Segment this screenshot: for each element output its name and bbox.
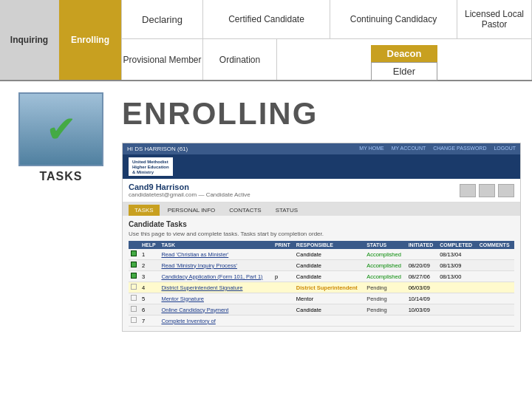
task-name[interactable]: Mentor Signature xyxy=(159,293,272,304)
nav-label-inquiring: Inquiring xyxy=(10,35,48,45)
task-status: Accomplished xyxy=(364,271,406,282)
task-status: Accomplished xyxy=(364,249,406,260)
task-name[interactable]: Candidacy Application (Form 101, Part 1) xyxy=(159,271,272,282)
nav-top-row: Declaring Certified Candidate Continuing… xyxy=(122,0,531,39)
preview-tab-personal[interactable]: PERSONAL INFO xyxy=(162,205,222,216)
task-responsible xyxy=(294,316,364,327)
task-name[interactable]: Complete Inventory of xyxy=(159,316,272,327)
th-initiated: INITIATED xyxy=(406,241,438,249)
task-name[interactable]: Online Candidacy Payment xyxy=(159,304,272,316)
preview-tab-status[interactable]: STATUS xyxy=(270,205,304,216)
nav-item-inquiring[interactable]: Inquiring xyxy=(0,0,59,80)
nav-label-elder: Elder xyxy=(393,66,415,77)
th-responsible: RESPONSIBLE xyxy=(294,241,364,249)
task-initiated xyxy=(406,249,438,260)
task-checkbox[interactable] xyxy=(129,249,140,260)
preview-user-info: Cand9 Harrison candidatetest@gmail.com —… xyxy=(123,179,520,202)
preview-header: United MethodistHigher Education& Minist… xyxy=(123,154,520,179)
nav-item-continuing[interactable]: Continuing Candidacy xyxy=(330,0,457,38)
right-content: ENROLLING HI DS HARRISON (61) MY HOME MY… xyxy=(122,92,521,388)
task-completed: 08/13/04 xyxy=(437,249,477,260)
table-row: 5Mentor SignatureMentorPending10/14/09 xyxy=(129,293,514,304)
preview-link-logout[interactable]: LOGOUT xyxy=(494,146,516,152)
task-initiated: 08/27/06 xyxy=(406,271,438,282)
nav-label-enrolling: Enrolling xyxy=(71,35,109,45)
navigation-bar: Inquiring Enrolling Declaring Certified … xyxy=(0,0,532,81)
task-completed xyxy=(437,282,477,293)
preview-tab-contacts[interactable]: CONTACTS xyxy=(223,205,267,216)
deacon-elder-column: Deacon Elder xyxy=(277,39,531,80)
nav-label-declaring: Declaring xyxy=(142,14,183,25)
preview-link-home[interactable]: MY HOME xyxy=(359,146,383,152)
th-completed: COMPLETED xyxy=(437,241,477,249)
nav-label-ordination: Ordination xyxy=(219,55,260,65)
task-completed xyxy=(437,316,477,327)
checkmark-icon: ✔ xyxy=(46,108,77,151)
task-section: ✔ TASKS xyxy=(11,92,111,388)
table-row: 3Candidacy Application (Form 101, Part 1… xyxy=(129,271,514,282)
preview-section-title: Candidate Tasks xyxy=(129,220,514,228)
task-name[interactable]: Read 'Christian as Minister' xyxy=(159,249,272,260)
task-print[interactable] xyxy=(273,282,294,293)
task-label: TASKS xyxy=(39,170,82,183)
task-checkbox[interactable] xyxy=(129,271,140,282)
nav-item-licensed[interactable]: Licensed Local Pastor xyxy=(457,0,531,38)
task-print[interactable] xyxy=(273,249,294,260)
task-name[interactable]: District Superintendent Signature xyxy=(159,282,272,293)
table-header-row: HELP TASK PRINT RESPONSIBLE STATUS INITI… xyxy=(129,241,514,249)
preview-content: Candidate Tasks Use this page to view an… xyxy=(123,216,520,331)
task-help: 3 xyxy=(140,271,159,282)
task-name[interactable]: Read 'Ministry Inquiry Process' xyxy=(159,260,272,271)
th-help: HELP xyxy=(140,241,159,249)
task-status: Pending xyxy=(364,293,406,304)
task-initiated: 08/20/09 xyxy=(406,260,438,271)
nav-item-certified[interactable]: Certified Candidate xyxy=(203,0,330,38)
task-checkbox[interactable] xyxy=(129,293,140,304)
preview-topbar: HI DS HARRISON (61) MY HOME MY ACCOUNT C… xyxy=(123,143,520,154)
preview-tab-tasks[interactable]: TASKS xyxy=(129,205,160,216)
nav-complex-area: Declaring Certified Candidate Continuing… xyxy=(122,0,532,80)
preview-instruction: Use this page to view and complete tasks… xyxy=(129,231,514,237)
task-status: Pending xyxy=(364,304,406,316)
nav-label-provisional: Provisional Member xyxy=(123,55,201,65)
task-checkbox[interactable] xyxy=(129,304,140,316)
th-comments: COMMENTS xyxy=(477,241,514,249)
screenshot-preview: HI DS HARRISON (61) MY HOME MY ACCOUNT C… xyxy=(122,143,521,332)
preview-user-greeting: HI DS HARRISON (61) xyxy=(127,146,188,152)
task-comments xyxy=(477,271,514,282)
task-checkbox[interactable] xyxy=(129,282,140,293)
task-status: Pending xyxy=(364,282,406,293)
task-checkbox[interactable] xyxy=(129,260,140,271)
task-completed: 08/13/09 xyxy=(437,260,477,271)
task-comments xyxy=(477,282,514,293)
task-help: 6 xyxy=(140,304,159,316)
nav-item-elder[interactable]: Elder xyxy=(371,62,437,81)
nav-item-ordination[interactable]: Ordination xyxy=(203,39,277,80)
task-checkbox[interactable] xyxy=(129,316,140,327)
nav-item-provisional[interactable]: Provisional Member xyxy=(122,39,203,80)
nav-label-licensed: Licensed Local Pastor xyxy=(457,9,531,30)
preview-tab-bar: TASKS PERSONAL INFO CONTACTS STATUS xyxy=(123,202,520,216)
preview-link-account[interactable]: MY ACCOUNT xyxy=(392,146,426,152)
task-print[interactable] xyxy=(273,304,294,316)
table-row: 2Read 'Ministry Inquiry Process'Candidat… xyxy=(129,260,514,271)
task-print[interactable]: p xyxy=(273,271,294,282)
task-initiated: 06/03/09 xyxy=(406,282,438,293)
task-responsible: District Superintendent xyxy=(294,282,364,293)
task-help: 2 xyxy=(140,260,159,271)
task-print[interactable] xyxy=(273,316,294,327)
nav-label-deacon: Deacon xyxy=(387,48,422,59)
task-responsible: Mentor xyxy=(294,293,364,304)
task-comments xyxy=(477,260,514,271)
nav-label-certified: Certified Candidate xyxy=(228,14,304,24)
task-print[interactable] xyxy=(273,293,294,304)
nav-item-declaring[interactable]: Declaring xyxy=(122,0,203,38)
nav-item-deacon[interactable]: Deacon xyxy=(371,45,437,62)
task-responsible: Candidate xyxy=(294,304,364,316)
task-print[interactable] xyxy=(273,260,294,271)
task-initiated: 10/14/09 xyxy=(406,293,438,304)
nav-item-enrolling[interactable]: Enrolling xyxy=(59,0,122,80)
preview-link-password[interactable]: CHANGE PASSWORD xyxy=(433,146,486,152)
th-task: TASK xyxy=(159,241,272,249)
preview-user-email: candidatetest@gmail.com — Candidate Acti… xyxy=(129,191,250,198)
